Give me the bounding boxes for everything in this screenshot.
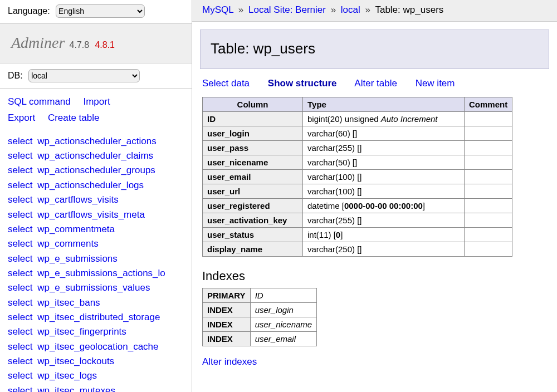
table-name-link[interactable]: wp_itsec_fingerprints bbox=[37, 326, 126, 337]
column-comment bbox=[465, 126, 512, 141]
table-select-link[interactable]: select bbox=[8, 224, 32, 234]
column-name: user_registered bbox=[203, 199, 303, 213]
version-new[interactable]: 4.8.1 bbox=[95, 40, 115, 50]
column-name: user_status bbox=[203, 228, 303, 242]
table-name-link[interactable]: wp_actionscheduler_actions bbox=[37, 136, 157, 146]
db-row: DB: local bbox=[0, 63, 192, 89]
table-select-link[interactable]: select bbox=[8, 150, 32, 161]
breadcrumb-table-prefix: Table: bbox=[375, 4, 400, 15]
table-select-link[interactable]: select bbox=[8, 282, 32, 293]
column-comment bbox=[465, 184, 512, 199]
breadcrumb-db[interactable]: local bbox=[341, 4, 360, 15]
index-row: INDEXuser_login bbox=[203, 303, 317, 317]
table-name-link[interactable]: wp_comments bbox=[37, 238, 99, 249]
index-type: INDEX bbox=[203, 332, 251, 346]
column-row: user_statusint(11) [0] bbox=[203, 228, 512, 242]
index-type: INDEX bbox=[203, 303, 251, 317]
create-table-link[interactable]: Create table bbox=[48, 112, 100, 123]
table-name-link[interactable]: wp_commentmeta bbox=[37, 224, 115, 234]
sidebar: Language: English Adminer 4.7.8 4.8.1 DB… bbox=[0, 0, 192, 392]
table-row: select wp_itsec_mutexes bbox=[8, 384, 184, 392]
column-comment bbox=[465, 199, 512, 213]
import-link[interactable]: Import bbox=[83, 96, 110, 107]
table-select-link[interactable]: select bbox=[8, 238, 32, 249]
table-select-link[interactable]: select bbox=[8, 326, 32, 337]
column-comment bbox=[465, 228, 512, 242]
table-select-link[interactable]: select bbox=[8, 136, 32, 146]
column-comment bbox=[465, 242, 512, 257]
table-name-link[interactable]: wp_actionscheduler_claims bbox=[37, 150, 153, 161]
page-title-wrap: Table: wp_users bbox=[200, 30, 549, 69]
db-select[interactable]: local bbox=[28, 69, 140, 82]
table-name-link[interactable]: wp_cartflows_visits bbox=[37, 194, 119, 205]
table-row: select wp_e_submissions bbox=[8, 252, 184, 266]
table-name-link[interactable]: wp_itsec_lockouts bbox=[37, 356, 114, 366]
breadcrumb-sep: » bbox=[238, 4, 243, 15]
table-list: select wp_actionscheduler_actionsselect … bbox=[0, 126, 192, 392]
new-item-link[interactable]: New item bbox=[416, 78, 455, 89]
index-type: PRIMARY bbox=[203, 288, 251, 303]
column-row: user_nicenamevarchar(50) [] bbox=[203, 155, 512, 170]
table-select-link[interactable]: select bbox=[8, 341, 32, 352]
table-name-link[interactable]: wp_itsec_bans bbox=[37, 297, 100, 308]
table-name-link[interactable]: wp_actionscheduler_logs bbox=[37, 180, 144, 190]
table-select-link[interactable]: select bbox=[8, 253, 32, 264]
table-select-link[interactable]: select bbox=[8, 165, 32, 175]
sql-command-link[interactable]: SQL command bbox=[8, 96, 71, 107]
select-data-link[interactable]: Select data bbox=[202, 78, 250, 89]
column-name: user_nicename bbox=[203, 155, 303, 170]
table-name-link[interactable]: wp_e_submissions_actions_lo bbox=[37, 268, 165, 278]
column-row: user_activation_keyvarchar(255) [] bbox=[203, 213, 512, 228]
table-select-link[interactable]: select bbox=[8, 356, 32, 366]
language-row: Language: English bbox=[0, 0, 192, 23]
table-name-link[interactable]: wp_e_submissions_values bbox=[37, 282, 150, 293]
table-select-link[interactable]: select bbox=[8, 180, 32, 190]
column-comment bbox=[465, 112, 512, 126]
table-select-link[interactable]: select bbox=[8, 209, 32, 220]
column-name: user_activation_key bbox=[203, 213, 303, 228]
breadcrumb-sep: » bbox=[331, 4, 336, 15]
column-name: user_pass bbox=[203, 141, 303, 155]
breadcrumb-driver[interactable]: MySQL bbox=[202, 4, 233, 15]
column-type: varchar(100) [] bbox=[303, 184, 465, 199]
column-row: user_registereddatetime [0000-00-00 00:0… bbox=[203, 199, 512, 213]
table-name-link[interactable]: wp_cartflows_visits_meta bbox=[37, 209, 145, 220]
index-columns: user_login bbox=[250, 303, 317, 317]
table-select-link[interactable]: select bbox=[8, 370, 32, 381]
column-row: display_namevarchar(250) [] bbox=[203, 242, 512, 257]
export-link[interactable]: Export bbox=[8, 112, 35, 123]
breadcrumb-server[interactable]: Local Site: Bernier bbox=[248, 4, 326, 15]
table-row: select wp_itsec_geolocation_cache bbox=[8, 340, 184, 354]
column-type: bigint(20) unsigned Auto Increment bbox=[303, 112, 465, 126]
table-select-link[interactable]: select bbox=[8, 312, 32, 322]
table-name-link[interactable]: wp_itsec_logs bbox=[37, 370, 97, 381]
table-row: select wp_itsec_lockouts bbox=[8, 354, 184, 369]
alter-indexes-link[interactable]: Alter indexes bbox=[202, 356, 547, 367]
table-select-link[interactable]: select bbox=[8, 385, 32, 392]
page-title: Table: wp_users bbox=[211, 40, 539, 57]
brand-name: Adminer bbox=[11, 34, 65, 51]
main: MySQL » Local Site: Bernier » local » Ta… bbox=[192, 0, 557, 392]
table-actions: Select data Show structure Alter table N… bbox=[192, 69, 557, 95]
table-row: select wp_cartflows_visits bbox=[8, 193, 184, 207]
table-name-link[interactable]: wp_itsec_geolocation_cache bbox=[37, 341, 158, 352]
column-comment bbox=[465, 170, 512, 184]
table-select-link[interactable]: select bbox=[8, 268, 32, 278]
language-label: Language: bbox=[8, 6, 50, 16]
sidebar-links: SQL command Import Export Create table bbox=[0, 89, 192, 126]
table-row: select wp_itsec_fingerprints bbox=[8, 325, 184, 339]
table-select-link[interactable]: select bbox=[8, 297, 32, 308]
table-select-link[interactable]: select bbox=[8, 194, 32, 205]
alter-table-link[interactable]: Alter table bbox=[354, 78, 397, 89]
table-name-link[interactable]: wp_itsec_mutexes bbox=[37, 385, 115, 392]
language-select[interactable]: English bbox=[56, 4, 145, 18]
table-row: select wp_itsec_bans bbox=[8, 296, 184, 310]
table-row: select wp_commentmeta bbox=[8, 222, 184, 237]
table-name-link[interactable]: wp_itsec_distributed_storage bbox=[37, 312, 160, 322]
table-name-link[interactable]: wp_e_submissions bbox=[37, 253, 118, 264]
show-structure-current[interactable]: Show structure bbox=[268, 78, 337, 89]
table-row: select wp_comments bbox=[8, 237, 184, 251]
table-name-link[interactable]: wp_actionscheduler_groups bbox=[37, 165, 155, 175]
breadcrumb-sep: » bbox=[365, 4, 370, 15]
column-comment bbox=[465, 213, 512, 228]
